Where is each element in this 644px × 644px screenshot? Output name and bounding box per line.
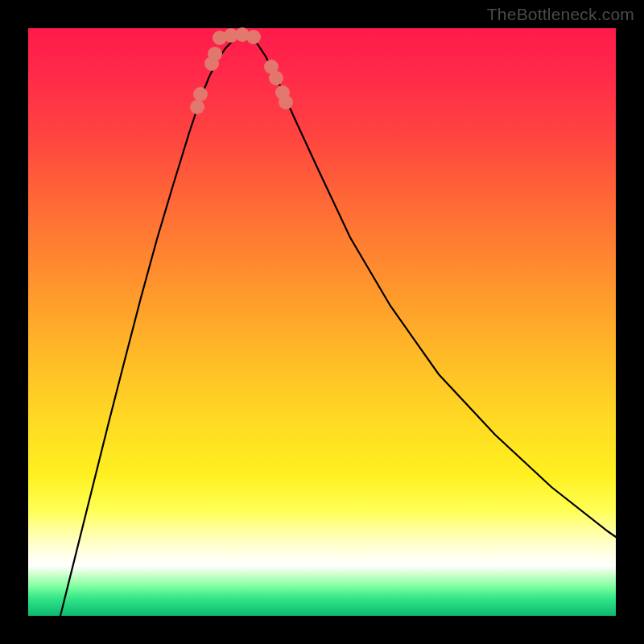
chart-svg (28, 28, 616, 616)
marker-dot (208, 47, 222, 61)
chart-frame: TheBottleneck.com (0, 0, 644, 644)
marker-dot (193, 87, 208, 101)
marker-dot (190, 100, 204, 114)
marker-dot (269, 71, 283, 85)
bottleneck-curve (60, 36, 616, 616)
marker-dot (246, 30, 261, 44)
marker-dot (279, 95, 293, 109)
watermark-text: TheBottleneck.com (487, 5, 634, 24)
marker-dots (190, 27, 293, 114)
plot-area (28, 28, 616, 616)
